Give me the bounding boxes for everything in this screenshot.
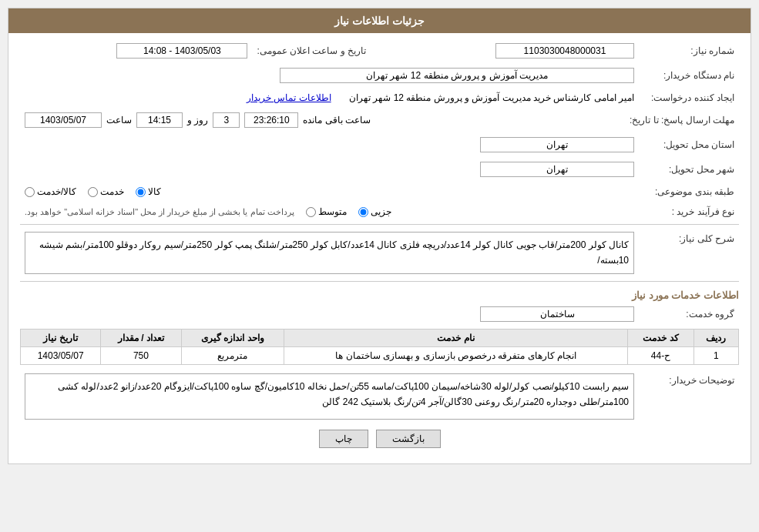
response-date: 1403/05/07	[25, 112, 102, 128]
process-jazii-label: جزیی	[371, 206, 391, 217]
col-row-num: ردیف	[694, 330, 738, 347]
col-service-name: نام خدمت	[284, 330, 628, 347]
cell-service_name: انجام کارهای متفرقه درخصوص بازسازی و بهس…	[284, 347, 628, 365]
back-button[interactable]: بازگشت	[376, 430, 441, 448]
divider-1	[20, 224, 739, 225]
process-motavasset-radio[interactable]	[306, 207, 316, 217]
table-row: 1ح-44انجام کارهای متفرقه درخصوص بازسازی …	[21, 347, 739, 365]
category-label: طبقه بندی موضوعی:	[639, 184, 739, 199]
service-info-label: اطلاعات خدمات مورد نیاز	[20, 286, 739, 304]
page-title: جزئیات اطلاعات نیاز	[334, 15, 425, 27]
response-remaining: 23:26:10	[244, 112, 298, 128]
cell-need_date: 1403/05/07	[21, 347, 101, 365]
org-name-value: مدیریت آموزش و پرورش منطقه 12 شهر تهران	[280, 68, 634, 83]
province-value: تهران	[480, 137, 634, 152]
print-button[interactable]: چاپ	[319, 430, 368, 448]
category-kala-label: کالا	[148, 186, 161, 197]
process-note: پرداخت تمام یا بخشی از مبلغ خریدار از مح…	[25, 207, 294, 217]
need-desc-value: کانال کولر 200متر/قاب جویی کانال کولر 14…	[25, 232, 634, 274]
service-group-label: گروه خدمت:	[639, 304, 739, 324]
creator-value: امیر امامی کارشناس خرید مدیریت آموزش و پ…	[349, 92, 634, 103]
category-kala-khedmat-label: کالا/خدمت	[37, 186, 76, 197]
cell-service_code: ح-44	[628, 347, 694, 365]
col-service-code: کد خدمت	[628, 330, 694, 347]
button-row: بازگشت چاپ	[20, 430, 739, 456]
divider-2	[20, 281, 739, 282]
response-time-label: ساعت	[106, 115, 132, 125]
services-table: ردیف کد خدمت نام خدمت واحد اندازه گیری ت…	[20, 329, 739, 365]
date-label: تاریخ و ساعت اعلان عمومی:	[252, 41, 371, 61]
col-need-date: تاریخ نیاز	[21, 330, 101, 347]
buyer-notes-value: سیم رابست 10کیلو/نصب کولر/لوله 30شاخه/سی…	[25, 373, 634, 420]
response-day-label: روز و	[187, 115, 208, 125]
org-name-label: نام دستگاه خریدار:	[639, 65, 739, 85]
response-time: 14:15	[136, 112, 183, 128]
city-value: تهران	[480, 162, 634, 177]
col-unit: واحد اندازه گیری	[181, 330, 284, 347]
service-group-value: ساختمان	[480, 306, 634, 322]
cell-unit: مترمربع	[181, 347, 284, 365]
creator-label: ایجاد کننده درخواست:	[639, 90, 739, 105]
response-days: 3	[213, 112, 240, 128]
response-deadline-label: مهلت ارسال پاسخ: تا تاریخ:	[625, 110, 739, 130]
category-kala-radio[interactable]	[136, 187, 146, 197]
col-quantity: تعداد / مقدار	[101, 330, 181, 347]
response-remaining-label: ساعت باقی مانده	[303, 115, 371, 125]
cell-quantity: 750	[101, 347, 181, 365]
category-khedmat-label: خدمت	[100, 186, 124, 197]
city-label: شهر محل تحویل:	[639, 159, 739, 179]
need-number-label: شماره نیاز:	[639, 41, 739, 61]
process-jazii-radio[interactable]	[358, 207, 368, 217]
category-khedmat-radio[interactable]	[88, 187, 98, 197]
category-kala-khedmat-radio[interactable]	[25, 187, 35, 197]
cell-row_num: 1	[694, 347, 738, 365]
process-label: نوع فرآیند خرید :	[639, 204, 739, 219]
date-value: 1403/05/03 - 14:08	[116, 43, 247, 59]
need-number-value: 1103030048000031	[495, 43, 634, 59]
process-motavasset-label: متوسط	[318, 206, 347, 217]
province-label: استان محل تحویل:	[639, 135, 739, 155]
buyer-notes-label: توضیحات خریدار:	[639, 371, 739, 422]
need-desc-label: شرح کلی نیاز:	[639, 229, 739, 276]
contact-link[interactable]: اطلاعات تماس خریدار	[247, 92, 331, 103]
